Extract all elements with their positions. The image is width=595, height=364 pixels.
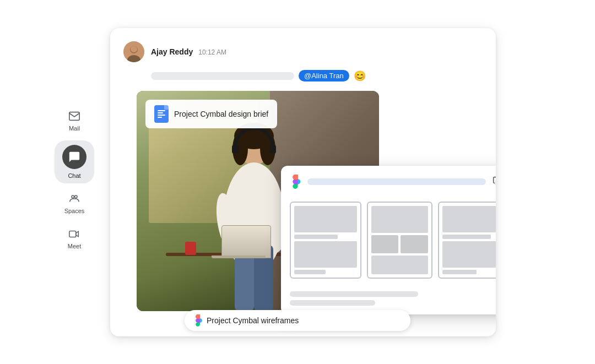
wireframe-panel-right: [438, 202, 496, 279]
avatar-image: [123, 41, 144, 62]
emoji: 😊: [354, 70, 366, 82]
figma-logo-pill: [193, 314, 202, 327]
svg-rect-3: [69, 231, 76, 237]
wf-right-top: [442, 206, 496, 232]
sidebar-item-mail[interactable]: Mail: [55, 105, 94, 136]
wireframe-card: [281, 166, 496, 314]
wireframe-card-header: [290, 175, 496, 189]
laptop-screen: [221, 225, 271, 258]
wireframe-content: [290, 194, 496, 286]
docs-icon-lines: [155, 107, 167, 121]
docs-title: Project Cymbal design brief: [174, 110, 268, 118]
chat-active-bg: [62, 145, 86, 169]
mention-tag[interactable]: @Alina Tran: [299, 70, 349, 82]
svg-point-7: [131, 46, 137, 52]
wf-mid-row: [371, 235, 428, 253]
svg-rect-12: [232, 145, 239, 154]
avatar: [123, 41, 144, 62]
svg-rect-13: [269, 145, 276, 154]
wf-mid-bot: [371, 256, 428, 274]
svg-point-2: [74, 195, 77, 198]
sidebar-item-mail-label: Mail: [69, 125, 80, 132]
wireframe-panel-left: [290, 202, 361, 279]
wireframe-url-bar: [307, 178, 486, 185]
docs-line-1: [158, 110, 165, 111]
wf-left-top: [294, 206, 357, 232]
copy-icon[interactable]: [493, 176, 496, 187]
wf-mid-top: [371, 206, 428, 233]
wf-mid-left: [371, 235, 399, 253]
wf-footer-line-2: [290, 300, 375, 306]
docs-icon: [154, 105, 169, 123]
wf-footer-line-1: [290, 291, 418, 297]
wf-left-mid: [294, 235, 338, 239]
sidebar-item-meet[interactable]: Meet: [55, 223, 94, 254]
coffee-mug: [185, 242, 196, 255]
sidebar: Mail Chat Spaces: [50, 17, 99, 347]
message-text-bar: [151, 72, 294, 80]
wireframe-panel-mid: [367, 202, 432, 279]
message-meta: Ajay Reddy 10:12 AM: [151, 47, 226, 56]
docs-line-3: [158, 115, 165, 116]
wf-right-bot: [442, 241, 496, 268]
wireframe-footer: [290, 291, 496, 306]
message-bubble-row: @Alina Tran 😊: [123, 70, 483, 82]
wf-right-line: [442, 270, 477, 274]
chat-icon: [68, 151, 80, 163]
wireframe-label-text: Project Cymbal wireframes: [207, 316, 299, 325]
mail-icon: [68, 110, 81, 123]
docs-card[interactable]: Project Cymbal design brief: [145, 100, 277, 128]
sidebar-item-spaces[interactable]: Spaces: [55, 188, 94, 219]
wf-left-line: [294, 270, 326, 274]
wf-mid-right: [401, 235, 428, 253]
wf-left-bot: [294, 241, 357, 268]
wireframe-label[interactable]: Project Cymbal wireframes: [185, 310, 410, 331]
docs-line-4: [158, 117, 162, 118]
spaces-icon: [68, 192, 81, 205]
figma-logo-large: [290, 175, 301, 189]
wf-right-mid: [442, 235, 491, 239]
sidebar-item-spaces-label: Spaces: [64, 208, 85, 214]
sender-name: Ajay Reddy: [151, 47, 193, 56]
sidebar-item-meet-label: Meet: [68, 243, 81, 249]
meet-icon: [68, 227, 81, 241]
chat-window: Ajay Reddy 10:12 AM @Alina Tran 😊: [110, 28, 496, 336]
docs-line-2: [158, 112, 163, 113]
sidebar-item-chat-label: Chat: [68, 172, 80, 179]
svg-point-1: [72, 195, 74, 198]
laptop-base: [212, 256, 266, 258]
message-header: Ajay Reddy 10:12 AM: [123, 41, 483, 62]
message-timestamp: 10:12 AM: [198, 48, 226, 56]
sidebar-item-chat[interactable]: Chat: [55, 140, 94, 183]
